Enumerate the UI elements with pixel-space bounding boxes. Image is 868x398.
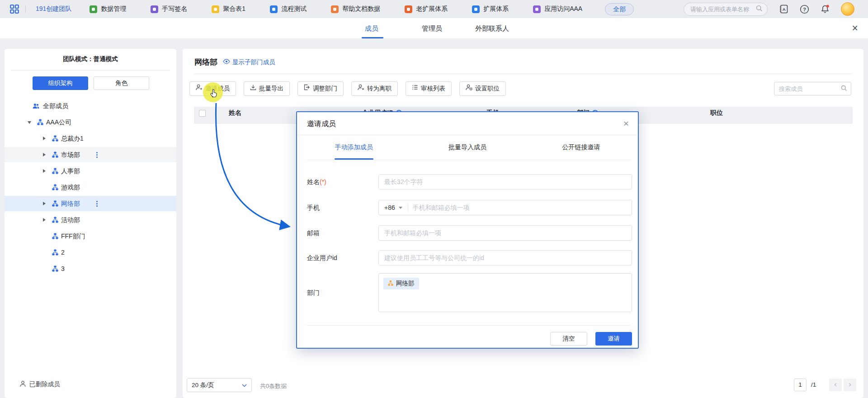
kebab-vertical-icon[interactable] [94, 151, 100, 159]
help-icon[interactable]: ? [799, 4, 809, 14]
modal-tabs: 手动添加成员 批量导入成员 公开链接邀请 [297, 135, 638, 160]
org-structure-button[interactable]: 组织架构 [33, 76, 88, 90]
show-sub-dept-link[interactable]: 显示子部门成员 [223, 58, 275, 66]
department-title: 网络部 [194, 57, 217, 67]
mark-resigned-button[interactable]: 转为离职 [351, 81, 398, 96]
topbar-app-process-test[interactable]: 流程测试 [270, 5, 307, 13]
tab-manual-add[interactable]: 手动添加成员 [297, 135, 410, 160]
address-book-icon[interactable]: A [778, 4, 788, 14]
caret-right-icon[interactable] [43, 169, 46, 173]
app-icon [331, 5, 339, 13]
app-launcher-grid-icon[interactable] [10, 5, 19, 14]
user-avatar[interactable] [841, 2, 854, 16]
member-search-box[interactable] [774, 82, 851, 95]
tree-item-2[interactable]: 2 [5, 245, 176, 260]
department-chip[interactable]: 网络部 [383, 278, 419, 289]
tab-members[interactable]: 成员 [365, 18, 378, 38]
topbar-app-extension[interactable]: 扩展体系 [472, 5, 509, 13]
org-tree-icon [37, 119, 43, 125]
tree-item-activity-dept[interactable]: 活动部 [5, 212, 176, 227]
name-field[interactable] [378, 174, 632, 190]
topbar-team-app[interactable]: 191创建团队 [36, 5, 71, 13]
roles-button[interactable]: 角色 [94, 76, 149, 90]
app-icon [151, 5, 158, 13]
tree-item-zongcaiban1[interactable]: 总裁办1 [5, 131, 176, 146]
close-icon[interactable]: × [852, 22, 858, 34]
person-x-icon [358, 82, 364, 95]
name-label: 姓名(*) [307, 174, 326, 190]
all-apps-filter-pill[interactable]: 全部 [605, 3, 634, 15]
tree-item-all-members[interactable]: 全部成员 [5, 98, 176, 114]
caret-right-icon[interactable] [43, 202, 46, 205]
caret-down-icon[interactable] [28, 121, 31, 124]
sidebar-divider [11, 70, 170, 71]
tree-item-network-dept[interactable]: 网络部 [5, 196, 176, 211]
svg-text:A: A [782, 7, 785, 12]
deleted-members-link[interactable]: 已删除成员 [20, 380, 60, 389]
person-plus-icon [196, 82, 203, 95]
topbar-divider [25, 5, 26, 13]
tab-public-link-invite[interactable]: 公开链接邀请 [524, 135, 638, 160]
tree-item-aaa-company[interactable]: AAA公司 [5, 114, 176, 130]
phone-field[interactable] [413, 204, 632, 211]
tab-external-contacts[interactable]: 外部联系人 [475, 18, 509, 38]
batch-export-button[interactable]: 批量导出 [244, 81, 290, 96]
topbar-app-old-extension[interactable]: 老扩展体系 [405, 5, 448, 13]
topbar-app-handwritten-signature[interactable]: 手写签名 [151, 5, 187, 13]
caret-right-icon[interactable] [43, 137, 46, 140]
invite-member-button[interactable]: 邀请成员 [189, 81, 236, 96]
current-page-box[interactable]: 1 [794, 379, 807, 391]
email-field[interactable] [378, 225, 632, 241]
tree-item-fff-dept[interactable]: FFF部门 [5, 228, 176, 244]
set-position-button[interactable]: 设置职位 [459, 81, 506, 96]
adjust-department-button[interactable]: 调整部门 [297, 81, 344, 96]
tab-admins[interactable]: 管理员 [422, 18, 442, 38]
tree-item-marketing-dept[interactable]: 市场部 [5, 147, 176, 162]
clear-button[interactable]: 清空 [550, 332, 587, 346]
org-tree-icon [52, 249, 58, 256]
app-search-input[interactable] [690, 6, 756, 13]
person-badge-icon [466, 82, 472, 95]
topbar-app-access-aaa[interactable]: 应用访问AAA [533, 5, 582, 13]
field-separator [408, 204, 408, 212]
phone-field-group: +86 [378, 200, 632, 215]
org-tree-icon [52, 168, 58, 174]
invite-button[interactable]: 邀请 [595, 332, 632, 346]
department-field[interactable]: 网络部 [378, 273, 632, 312]
box-arrow-right-icon [304, 82, 310, 95]
app-icon [270, 5, 278, 13]
team-mode-label: 团队模式：普通模式 [5, 49, 176, 70]
close-icon[interactable]: × [623, 118, 629, 129]
phone-prefix-select[interactable]: +86 [379, 204, 408, 211]
member-search-input[interactable] [779, 85, 841, 92]
caret-right-icon[interactable] [43, 153, 46, 156]
app-search-box[interactable] [684, 3, 768, 16]
tree-item-hr-dept[interactable]: 人事部 [5, 163, 176, 179]
caret-right-icon[interactable] [43, 218, 46, 222]
list-icon [412, 82, 418, 95]
topbar-app-aggregate-table[interactable]: 聚合表1 [212, 5, 245, 13]
app-icon [212, 5, 219, 13]
topbar-app-help-doc-data[interactable]: 帮助文档数据 [331, 5, 380, 13]
topbar-app-data-management[interactable]: 数据管理 [90, 5, 126, 13]
page-size-select[interactable]: 20 条/页 [187, 378, 252, 392]
kebab-vertical-icon[interactable] [94, 199, 100, 208]
review-list-button[interactable]: 审核列表 [406, 81, 452, 96]
org-tree-icon [52, 152, 58, 158]
phone-label: 手机 [307, 200, 320, 215]
member-admin-tabbar: 成员 管理员 外部联系人 × [0, 18, 868, 38]
next-page-button[interactable]: › [844, 379, 856, 391]
select-all-checkbox[interactable] [199, 110, 206, 117]
chevron-down-icon [399, 207, 402, 209]
tree-item-3[interactable]: 3 [5, 261, 176, 276]
column-name: 姓名 [229, 109, 241, 116]
tab-batch-import[interactable]: 批量导入成员 [410, 135, 524, 160]
members-toolbar: 邀请成员 批量导出 调整部门 转为离职 审核列表 设置职位 [189, 81, 506, 96]
notifications-bell-icon[interactable] [820, 4, 830, 14]
org-tree-icon [52, 200, 58, 207]
svg-text:?: ? [803, 6, 806, 12]
prev-page-button[interactable]: ‹ [829, 379, 842, 391]
enterprise-user-id-field[interactable] [378, 250, 632, 265]
tree-item-game-dept[interactable]: 游戏部 [5, 180, 176, 195]
invite-member-modal: 邀请成员 × 手动添加成员 批量导入成员 公开链接邀请 姓名(*) 手机 +86… [296, 111, 639, 349]
